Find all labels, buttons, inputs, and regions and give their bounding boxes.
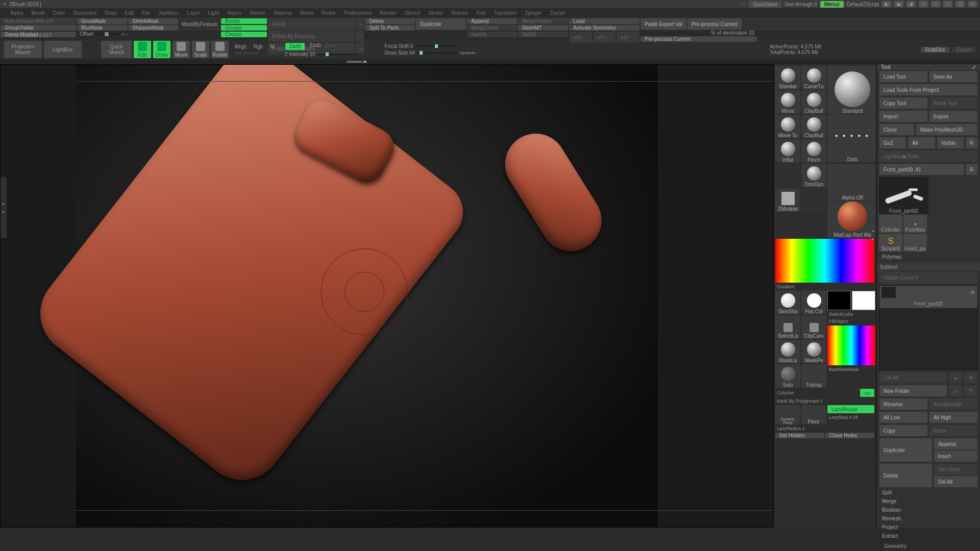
brush-pinch[interactable]: Pinch [801, 139, 826, 163]
crease-button[interactable]: Crease [221, 32, 267, 37]
menu-macro[interactable]: Macro [224, 10, 244, 16]
delete-button[interactable]: Delete [365, 18, 415, 24]
listall-button[interactable]: List All [879, 372, 947, 383]
subtool-item-0[interactable]: 👁 [879, 286, 977, 299]
loadproject-button[interactable]: Load Tools From Project [879, 84, 977, 95]
delete-subtool-button[interactable]: Delete [879, 464, 932, 487]
tool-thumb-current[interactable]: Front_part00 [879, 177, 928, 214]
swatch-black[interactable] [827, 291, 851, 310]
preprocess2-button[interactable]: Pre-process Current [641, 36, 757, 42]
storemt-button[interactable]: StoreMT [518, 25, 568, 31]
brush-trimdyn[interactable]: TrimDyn [801, 164, 826, 187]
move-up-icon[interactable]: ⮵ [949, 385, 962, 396]
sym-y-button[interactable]: >Y< [593, 32, 616, 43]
mergevisible-button[interactable]: MergeVisible [518, 18, 568, 24]
append-subtool-button[interactable]: Append [934, 438, 977, 449]
menu-preferences[interactable]: Preferences [341, 10, 375, 16]
activatesym-button[interactable]: Activate Symmetry [569, 25, 640, 31]
projection-master-button[interactable]: Projection Master [4, 41, 42, 58]
menu-alpha[interactable]: Alpha [7, 10, 27, 16]
help-icon[interactable]: ? [919, 1, 928, 7]
drawsize-slider[interactable] [417, 52, 458, 54]
menu-jaymenu[interactable]: JayMenu [155, 10, 182, 16]
close-icon[interactable]: ✕ [968, 1, 977, 7]
color-picker-main[interactable] [775, 239, 874, 283]
current-brush[interactable]: Standard [827, 66, 876, 114]
export-doc-button[interactable]: Export [952, 47, 975, 53]
polish-button[interactable]: Polish [268, 18, 355, 30]
brush-selectlasso[interactable]: SelectLa [775, 315, 800, 339]
menu-picker[interactable]: Picker [318, 10, 339, 16]
floor-button[interactable]: Floor [801, 405, 826, 424]
brush-curvetube[interactable]: CurveTu [801, 66, 826, 89]
shrinkmask-button[interactable]: ShrinkMask [128, 18, 178, 24]
duplicate-button[interactable]: Duplicate [416, 18, 466, 30]
goz-all-button[interactable]: All [908, 137, 935, 148]
subtool-item-0-name[interactable]: Front_part00 [879, 299, 977, 308]
menu-color[interactable]: Color [50, 10, 68, 16]
brush-maskpen[interactable]: MaskPe [801, 340, 826, 363]
mat-flatcolor[interactable]: Flat Col [801, 291, 826, 314]
tool-thumb-simplebrush[interactable]: SSimpleB [879, 234, 902, 252]
goz-button[interactable]: GoZ [879, 137, 906, 148]
export-button[interactable]: Export [929, 111, 977, 122]
viewport[interactable]: ▸▸ [0, 64, 774, 528]
menu-render[interactable]: Render [377, 10, 400, 16]
border-button[interactable]: Border [221, 18, 267, 24]
pastetool-button[interactable]: Paste Tool [929, 97, 977, 109]
alllow-button[interactable]: All Low [879, 412, 927, 423]
extract-section[interactable]: Extract [877, 532, 980, 540]
maskbypolygroups-slider[interactable]: Mask By Polygroups 0 [775, 397, 875, 405]
lazymouse-button[interactable]: LazyMouse [827, 405, 874, 413]
right-dock-handle[interactable]: ◂▸ [870, 204, 876, 265]
current-material[interactable]: MatCap Red Wa [827, 201, 876, 238]
import-button[interactable]: Import [879, 111, 927, 122]
brush-zmodeler[interactable]: ZModele [775, 188, 800, 212]
offset-slider[interactable] [99, 33, 120, 35]
menu-marker[interactable]: Marker [247, 10, 268, 16]
newfolder-button[interactable]: New Folder [879, 385, 947, 396]
splittoparts-button[interactable]: Split To Parts [365, 25, 415, 31]
gradient-label[interactable]: Gradient [775, 283, 875, 290]
colorize-button[interactable]: Colorize [775, 389, 860, 396]
brush-move[interactable]: Move [775, 90, 800, 114]
copy-subtool-button[interactable]: Copy [879, 425, 927, 436]
fillobject-button[interactable]: FillObject [827, 318, 876, 325]
sharpenmask-button[interactable]: SharpenMask [128, 25, 178, 31]
dyn-persp-button[interactable]: Dynamic Persp [775, 405, 800, 424]
saveas-button[interactable]: Save As [929, 71, 977, 82]
groups-button[interactable]: Groups [221, 25, 267, 31]
edit-mode-button[interactable]: Edit [134, 41, 151, 58]
brush-empty-1[interactable] [775, 164, 800, 187]
load-button[interactable]: Load [569, 18, 640, 24]
delall-button[interactable]: Del All [934, 476, 977, 487]
decimation-label[interactable]: % of decimation 20 [640, 30, 757, 36]
drawsize-label[interactable]: Draw Size 64 [385, 50, 415, 56]
dock-center-icon[interactable]: ▣ [894, 1, 903, 7]
zintensity-slider[interactable] [317, 54, 358, 55]
geometry-section[interactable]: Geometry [877, 542, 980, 550]
polish-dot[interactable]: ○ [356, 18, 364, 30]
brush-empty-2[interactable] [801, 188, 826, 212]
quicksave-button[interactable]: QuickSave [749, 1, 781, 8]
xyz-button[interactable]: xyz [860, 389, 874, 397]
menu-stencil[interactable]: Stencil [402, 10, 423, 16]
append-button[interactable]: Append [467, 18, 517, 24]
delother-button[interactable]: Del Other [934, 464, 977, 475]
sym-z-button[interactable]: >Z< [617, 32, 640, 43]
duplicate-subtool-button[interactable]: Duplicate [879, 438, 932, 462]
menus-button[interactable]: Menus [820, 1, 844, 8]
copytool-button[interactable]: Copy Tool [879, 97, 927, 109]
menu-file[interactable]: File [139, 10, 153, 16]
color-picker-secondary[interactable] [827, 325, 875, 365]
panel-expand-icon[interactable]: ⤢ [972, 64, 976, 70]
closeholes-button[interactable]: Close Holes [825, 433, 874, 438]
tool-thumb-cylinder[interactable]: Cylinder [879, 215, 902, 233]
menu-light[interactable]: Light [205, 10, 222, 16]
menu-texture[interactable]: Texture [448, 10, 471, 16]
dynamic-label[interactable]: Dynamic [460, 51, 476, 55]
zcut-button[interactable]: Zcut [325, 42, 335, 51]
subtool-header[interactable]: Subtool [877, 263, 980, 271]
visiblecount-field[interactable]: Visible Count 4 [879, 272, 977, 283]
lightbox-button[interactable]: LightBox [44, 41, 82, 58]
